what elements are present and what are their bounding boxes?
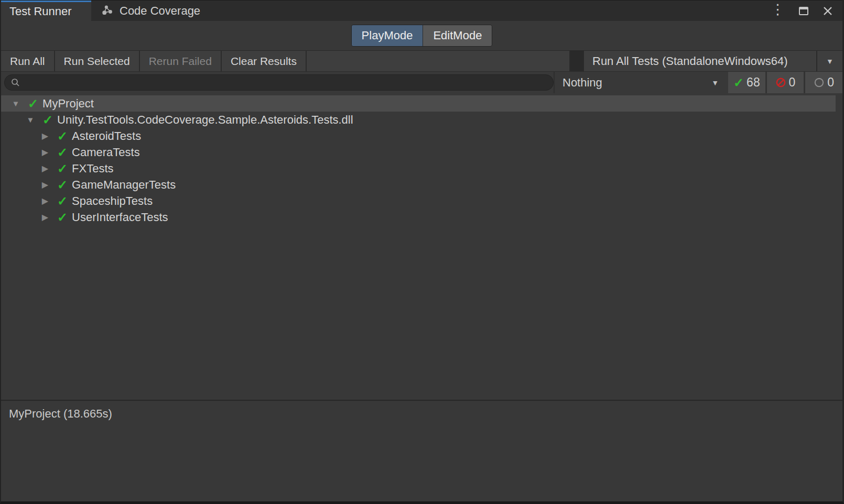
- test-tree-row[interactable]: ▶ ✓ SpaceshipTests: [1, 193, 842, 209]
- passed-filter-button[interactable]: ✓ 68: [728, 72, 765, 93]
- editmode-tab-label: EditMode: [433, 29, 482, 42]
- run-selected-button[interactable]: Run Selected: [55, 51, 140, 71]
- expander-triangle-icon[interactable]: ▼: [25, 116, 36, 124]
- toolbar: Run All Run Selected Rerun Failed Clear …: [1, 50, 842, 72]
- passed-icon: ✓: [57, 130, 68, 143]
- not-run-filter-button[interactable]: 0: [805, 72, 842, 93]
- category-filter-dropdown[interactable]: Nothing ▼: [554, 72, 727, 93]
- test-tree-row-label: SpaceshipTests: [72, 194, 153, 208]
- rerun-failed-label: Rerun Failed: [149, 55, 212, 68]
- test-tree-row[interactable]: ▼ ✓ MyProject: [1, 95, 836, 112]
- passed-icon: ✓: [57, 211, 68, 224]
- test-tree-row[interactable]: ▶ ✓ AsteroidTests: [1, 128, 842, 144]
- test-runner-window: Test Runner Code Coverage ⋮: [0, 0, 844, 504]
- playmode-tab[interactable]: PlayMode: [352, 25, 423, 46]
- clear-results-label: Clear Results: [231, 55, 297, 68]
- passed-icon: ✓: [733, 76, 744, 89]
- test-tree-row-label: AsteroidTests: [72, 129, 141, 143]
- passed-icon: ✓: [42, 114, 53, 126]
- run-all-label: Run All: [10, 55, 45, 68]
- test-tree-row-label: MyProject: [42, 97, 94, 111]
- failed-count: 0: [789, 75, 796, 90]
- window-controls: ⋮: [771, 1, 842, 21]
- tab-bar: Test Runner Code Coverage ⋮: [1, 0, 842, 21]
- test-tree-row-label: UserInterfaceTests: [72, 211, 168, 224]
- expander-triangle-icon[interactable]: ▶: [40, 148, 50, 157]
- result-counters: ✓ 68 0 0: [728, 72, 842, 93]
- filter-row: Nothing ▼ ✓ 68 0: [1, 72, 842, 93]
- category-filter-value: Nothing: [562, 76, 602, 90]
- run-selected-label: Run Selected: [64, 55, 130, 68]
- result-details-panel: MyProject (18.665s): [1, 401, 842, 501]
- close-icon[interactable]: [823, 6, 833, 16]
- expander-triangle-icon[interactable]: ▶: [40, 132, 50, 140]
- expander-triangle-icon[interactable]: ▶: [40, 197, 50, 205]
- test-tree-row[interactable]: ▶ ✓ FXTests: [1, 160, 842, 177]
- result-summary-text: MyProject (18.665s): [9, 407, 112, 420]
- maximize-icon[interactable]: [799, 7, 808, 15]
- failed-icon: [775, 77, 786, 88]
- not-run-count: 0: [827, 75, 834, 90]
- editmode-tab[interactable]: EditMode: [423, 25, 492, 46]
- passed-count: 68: [746, 75, 760, 90]
- tab-test-runner[interactable]: Test Runner: [1, 1, 91, 21]
- test-tree-row[interactable]: ▶ ✓ UserInterfaceTests: [1, 209, 842, 225]
- passed-icon: ✓: [28, 97, 38, 110]
- not-run-icon: [814, 77, 825, 88]
- expander-triangle-icon[interactable]: ▶: [40, 181, 50, 189]
- clear-results-button[interactable]: Clear Results: [222, 51, 307, 71]
- window-menu-icon[interactable]: ⋮: [771, 3, 785, 17]
- mode-toggle-group: PlayMode EditMode: [351, 25, 493, 47]
- run-all-button[interactable]: Run All: [1, 51, 55, 71]
- chevron-down-icon: ▼: [711, 79, 719, 87]
- code-coverage-icon: [102, 5, 114, 17]
- run-all-tests-platform-label: Run All Tests (StandaloneWindows64): [592, 54, 788, 68]
- passed-icon: ✓: [57, 179, 68, 191]
- passed-icon: ✓: [57, 162, 68, 175]
- passed-icon: ✓: [57, 146, 68, 159]
- search-input[interactable]: [25, 76, 547, 89]
- expander-triangle-icon[interactable]: ▼: [10, 100, 21, 107]
- passed-icon: ✓: [57, 195, 68, 207]
- rerun-failed-button[interactable]: Rerun Failed: [140, 51, 222, 71]
- test-tree: ▼ ✓ MyProject ▼ ✓ Unity.TestTools.CodeCo…: [1, 93, 842, 400]
- platform-dropdown-button[interactable]: ▼: [817, 51, 842, 71]
- test-tree-row[interactable]: ▶ ✓ GameManagerTests: [1, 177, 842, 193]
- mode-toggle-row: PlayMode EditMode: [1, 21, 842, 50]
- expander-triangle-icon[interactable]: ▶: [40, 165, 50, 173]
- failed-filter-button[interactable]: 0: [767, 72, 804, 93]
- toolbar-spacer: [307, 51, 570, 71]
- toolbar-gap: [570, 51, 584, 71]
- test-tree-row[interactable]: ▼ ✓ Unity.TestTools.CodeCoverage.Sample.…: [1, 112, 842, 128]
- chevron-down-icon: ▼: [826, 57, 834, 65]
- tab-code-coverage[interactable]: Code Coverage: [91, 1, 211, 21]
- tab-test-runner-label: Test Runner: [9, 5, 72, 18]
- search-field[interactable]: [4, 74, 554, 91]
- expander-triangle-icon[interactable]: ▶: [40, 213, 50, 222]
- test-tree-row[interactable]: ▶ ✓ CameraTests: [1, 144, 842, 160]
- test-tree-row-label: FXTests: [72, 162, 113, 176]
- test-tree-row-label: CameraTests: [72, 146, 140, 159]
- playmode-tab-label: PlayMode: [362, 29, 413, 42]
- run-all-tests-platform-button[interactable]: Run All Tests (StandaloneWindows64): [584, 51, 817, 71]
- tab-code-coverage-label: Code Coverage: [120, 4, 200, 18]
- test-tree-row-label: GameManagerTests: [72, 178, 176, 192]
- search-icon: [11, 78, 20, 87]
- test-tree-row-label: Unity.TestTools.CodeCoverage.Sample.Aste…: [57, 113, 353, 127]
